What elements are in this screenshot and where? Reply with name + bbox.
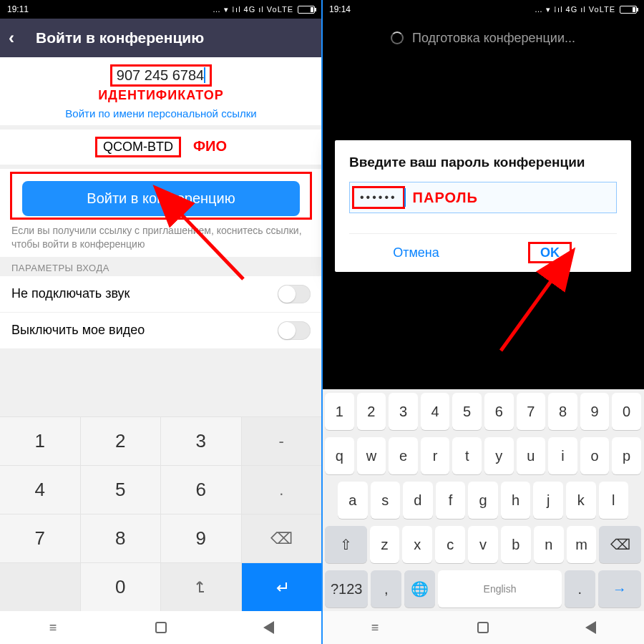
numpad-key-8[interactable]: 8 <box>81 514 162 562</box>
annotation-arrow-join <box>165 200 258 289</box>
key-f[interactable]: f <box>436 482 466 519</box>
numpad-key-backspace[interactable]: ⌫ <box>242 514 323 562</box>
join-button[interactable]: Войти в конференцию <box>22 181 300 216</box>
join-button-highlight: Войти в конференцию <box>10 172 312 220</box>
key-period[interactable]: . <box>565 570 595 608</box>
numpad-key-6[interactable]: 6 <box>161 465 242 514</box>
invite-hint: Если вы получили ссылку с приглашением, … <box>0 220 322 257</box>
key-symbols[interactable]: ?123 <box>325 570 368 608</box>
numpad-key-4[interactable]: 4 <box>0 465 81 514</box>
key-d[interactable]: d <box>403 482 433 519</box>
back-icon[interactable]: ‹ <box>9 28 14 48</box>
phone-right: 19:14 … ▾ ⁞ıl 4G ıl VoLTE Подготовка кон… <box>322 0 644 644</box>
key-enter[interactable]: → <box>598 570 641 608</box>
key-a[interactable]: a <box>338 482 368 519</box>
key-0[interactable]: 0 <box>612 393 641 430</box>
numpad-key-enter[interactable] <box>242 562 323 611</box>
nav-home-icon[interactable] <box>475 620 491 635</box>
key-5[interactable]: 5 <box>452 393 482 430</box>
spinner-icon <box>391 31 404 44</box>
status-icons: … ▾ ⁞ıl 4G ıl VoLTE <box>213 5 315 14</box>
password-dialog: Введите ваш пароль конференции •••••• ПА… <box>335 140 631 272</box>
key-o[interactable]: o <box>580 437 610 474</box>
numpad-key-3[interactable]: 3 <box>161 416 242 465</box>
battery-icon <box>298 6 315 14</box>
numeric-keypad: 123-456.789⌫ 0 <box>0 416 322 611</box>
svg-line-0 <box>177 210 243 279</box>
key-u[interactable]: u <box>517 437 546 474</box>
nav-menu-icon[interactable]: ≡ <box>368 620 384 635</box>
key-shift[interactable]: ⇧ <box>325 526 367 563</box>
page-title: Войти в конференцию <box>36 29 204 47</box>
option-no-audio: Не подключать звук <box>0 276 322 313</box>
option-no-audio-label: Не подключать звук <box>11 286 130 301</box>
nav-menu-icon[interactable]: ≡ <box>46 620 62 635</box>
key-i[interactable]: i <box>548 437 577 474</box>
key-k[interactable]: k <box>566 482 596 519</box>
key-s[interactable]: s <box>371 482 401 519</box>
cancel-button[interactable]: Отмена <box>349 234 483 272</box>
key-w[interactable]: w <box>357 437 386 474</box>
loading-titlebar: Подготовка конференции... <box>322 19 644 57</box>
annotation-fio: ФИО <box>193 138 227 154</box>
key-comma[interactable]: , <box>371 570 401 608</box>
password-value: •••••• <box>352 186 405 209</box>
key-3[interactable]: 3 <box>389 393 418 430</box>
key-1[interactable]: 1 <box>325 393 354 430</box>
dialog-title: Введите ваш пароль конференции <box>349 155 617 170</box>
signal-icon-2: ıl <box>580 5 586 14</box>
key-4[interactable]: 4 <box>421 393 450 430</box>
toggle-no-video[interactable] <box>278 321 311 340</box>
password-input[interactable]: •••••• ПАРОЛЬ <box>349 182 617 213</box>
key-space[interactable]: English <box>438 570 561 608</box>
meeting-id-input[interactable]: 907 245 6784 <box>0 57 322 89</box>
personal-link[interactable]: Войти по имени персональной ссылки <box>0 104 322 125</box>
key-x[interactable]: x <box>402 526 432 563</box>
numpad-key-9[interactable]: 9 <box>161 514 242 562</box>
key-6[interactable]: 6 <box>484 393 514 430</box>
key-e[interactable]: e <box>389 437 418 474</box>
key-m[interactable]: m <box>567 526 597 563</box>
toggle-no-audio[interactable] <box>278 285 311 303</box>
key-h[interactable]: h <box>501 482 531 519</box>
numpad-key-7[interactable]: 7 <box>0 514 81 562</box>
key-g[interactable]: g <box>468 482 498 519</box>
nav-back-icon[interactable] <box>260 620 276 635</box>
options-header: ПАРАМЕТРЫ ВХОДА <box>0 257 322 276</box>
key-9[interactable]: 9 <box>580 393 610 430</box>
signal-icon-2: ıl <box>258 5 264 14</box>
key-y[interactable]: y <box>484 437 514 474</box>
key-z[interactable]: z <box>370 526 400 563</box>
key-b[interactable]: b <box>501 526 531 563</box>
nav-back-icon[interactable] <box>582 620 598 635</box>
key-j[interactable]: j <box>533 482 563 519</box>
nav-home-icon[interactable] <box>153 620 169 635</box>
numpad-key-0[interactable]: 0 <box>81 562 162 611</box>
key-7[interactable]: 7 <box>517 393 546 430</box>
numpad-key-hide[interactable] <box>161 562 242 611</box>
numpad-key-1[interactable]: 1 <box>0 416 81 465</box>
numpad-key-5[interactable]: 5 <box>81 465 162 514</box>
key-v[interactable]: v <box>468 526 498 563</box>
key-p[interactable]: p <box>612 437 641 474</box>
key-t[interactable]: t <box>452 437 482 474</box>
key-r[interactable]: r <box>421 437 450 474</box>
volte-label: VoLTE <box>589 5 615 14</box>
key-l[interactable]: l <box>599 482 629 519</box>
key-q[interactable]: q <box>325 437 354 474</box>
annotation-arrow-ok <box>487 265 572 361</box>
key-n[interactable]: n <box>534 526 564 563</box>
text-cursor <box>404 188 406 207</box>
signal-icon: ⁞ıl <box>554 5 563 14</box>
numpad-key-2[interactable]: 2 <box>81 416 162 465</box>
numpad-key-.[interactable]: . <box>242 465 323 514</box>
key-8[interactable]: 8 <box>548 393 577 430</box>
display-name-input[interactable]: QCOM-BTD ФИО <box>0 130 322 165</box>
numpad-key-space[interactable] <box>0 562 81 611</box>
key-c[interactable]: c <box>435 526 465 563</box>
key-backspace[interactable]: ⌫ <box>599 526 641 563</box>
option-no-video: Выключить мое видео <box>0 313 322 349</box>
key-globe[interactable]: 🌐 <box>404 570 435 608</box>
numpad-key--[interactable]: - <box>242 416 323 465</box>
key-2[interactable]: 2 <box>357 393 386 430</box>
